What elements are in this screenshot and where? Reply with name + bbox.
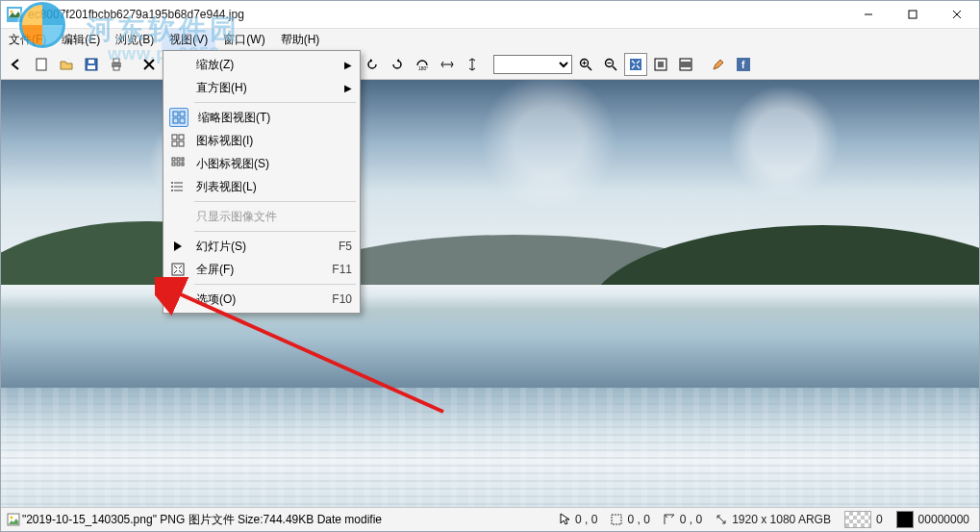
status-dimensions: 1920 x 1080 ARGB [716,513,831,526]
svg-point-24 [171,182,173,184]
minimize-button[interactable] [846,1,891,28]
status-cursor-pos: 0 , 0 [560,513,597,526]
save-button[interactable] [80,53,103,76]
svg-line-39 [588,66,591,70]
svg-rect-13 [172,141,177,146]
svg-rect-45 [630,59,641,70]
svg-rect-34 [113,66,119,70]
menu-zoom[interactable]: 缩放(Z)▶ [165,53,358,76]
status-color: 00000000 [896,511,969,528]
svg-rect-30 [88,65,95,69]
status-alpha: 0 [844,511,883,528]
fit-width-button[interactable] [674,53,697,76]
open-button[interactable] [55,53,78,76]
svg-rect-47 [658,62,664,67]
rotate-180-button[interactable]: 180° [411,53,434,76]
zoom-in-button[interactable] [574,53,597,76]
small-icons-icon [169,155,187,172]
svg-rect-49 [680,62,691,67]
close-button[interactable] [935,1,979,28]
displayed-image [1,80,979,507]
fullscreen-icon [169,261,187,278]
zoom-select[interactable] [493,55,572,74]
svg-rect-28 [37,59,46,70]
selection-size-icon [664,514,675,525]
svg-rect-19 [177,163,180,165]
back-button[interactable] [5,53,28,76]
svg-rect-8 [180,112,185,116]
image-file-icon [7,513,20,526]
zoom-out-button[interactable] [599,53,622,76]
new-button[interactable] [30,53,53,76]
dimensions-icon [716,514,727,525]
svg-rect-17 [182,158,184,161]
window-title: ec8007f201fbcbb6279a195b68d7e944.jpg [28,8,244,21]
rotate-right-button[interactable] [386,53,409,76]
shortcut-label: F10 [332,292,352,306]
menu-options[interactable]: 选项(O) F10 [165,288,358,311]
titlebar: ec8007f201fbcbb6279a195b68d7e944.jpg [1,1,979,29]
list-icon [169,178,187,195]
color-swatch-icon [896,511,914,528]
svg-point-54 [11,517,13,519]
menu-browse[interactable]: 浏览(B) [108,29,162,50]
actual-size-button[interactable] [649,53,672,76]
menu-icon-view[interactable]: 图标视图(I) [165,129,358,152]
app-icon [7,7,22,22]
svg-rect-18 [172,163,175,165]
fit-window-button[interactable] [624,53,647,76]
menu-view[interactable]: 视图(V) [162,29,215,50]
selection-origin-icon [611,514,622,525]
svg-rect-11 [172,135,177,139]
menu-thumbnail-view[interactable]: 缩略图视图(T) [165,106,358,129]
menu-small-icon-view[interactable]: 小图标视图(S) [165,152,358,175]
menu-slideshow[interactable]: 幻灯片(S) F5 [165,235,358,258]
svg-line-43 [613,66,616,70]
delete-button[interactable] [138,53,161,76]
menu-edit[interactable]: 编辑(E) [54,29,108,50]
svg-rect-14 [179,141,184,146]
svg-rect-10 [180,118,185,123]
app-window: ec8007f201fbcbb6279a195b68d7e944.jpg 文件(… [0,0,980,532]
svg-rect-55 [612,515,621,524]
svg-rect-7 [173,112,178,116]
status-file-info: "2019-10-15_140305.png" PNG 图片文件 Size:74… [1,512,388,528]
maximize-button[interactable] [891,1,935,28]
menu-file[interactable]: 文件(F) [1,29,54,50]
share-facebook-button[interactable]: f [732,53,755,76]
print-button[interactable] [105,53,128,76]
chevron-right-icon: ▶ [344,83,352,93]
alpha-swatch-icon [844,511,871,528]
flip-vertical-button[interactable] [461,53,484,76]
menu-list-view[interactable]: 列表视图(L) [165,175,358,198]
menu-only-images: 只显示图像文件 [165,205,358,228]
cursor-icon [560,513,570,526]
rotate-left-button[interactable] [361,53,384,76]
menu-window[interactable]: 窗口(W) [215,29,272,50]
shortcut-label: F11 [332,263,352,276]
svg-rect-20 [182,163,184,165]
svg-text:180°: 180° [418,65,428,71]
menu-fullscreen[interactable]: 全屏(F) F11 [165,258,358,281]
svg-rect-4 [909,11,917,18]
svg-point-26 [171,190,173,191]
svg-rect-33 [113,59,119,63]
thumbnail-icon [169,108,188,127]
menu-help[interactable]: 帮助(H) [273,29,328,50]
view-dropdown: 缩放(Z)▶ 直方图(H)▶ 缩略图视图(T) 图标视图(I) 小图标视图(S) [163,50,361,314]
image-viewport[interactable] [1,80,979,507]
play-icon [169,238,187,255]
edit-button[interactable] [707,53,730,76]
statusbar: "2019-10-15_140305.png" PNG 图片文件 Size:74… [1,507,979,531]
large-icons-icon [169,132,187,149]
shortcut-label: F5 [339,240,352,253]
flip-horizontal-button[interactable] [436,53,459,76]
status-selection-pos: 0 , 0 [611,513,649,526]
chevron-right-icon: ▶ [344,60,352,70]
svg-rect-9 [173,118,178,123]
toolbar: 180° f [1,50,979,80]
svg-rect-16 [177,158,180,161]
status-selection-size: 0 , 0 [664,513,702,526]
svg-point-25 [171,186,173,188]
menu-histogram[interactable]: 直方图(H)▶ [165,76,358,99]
